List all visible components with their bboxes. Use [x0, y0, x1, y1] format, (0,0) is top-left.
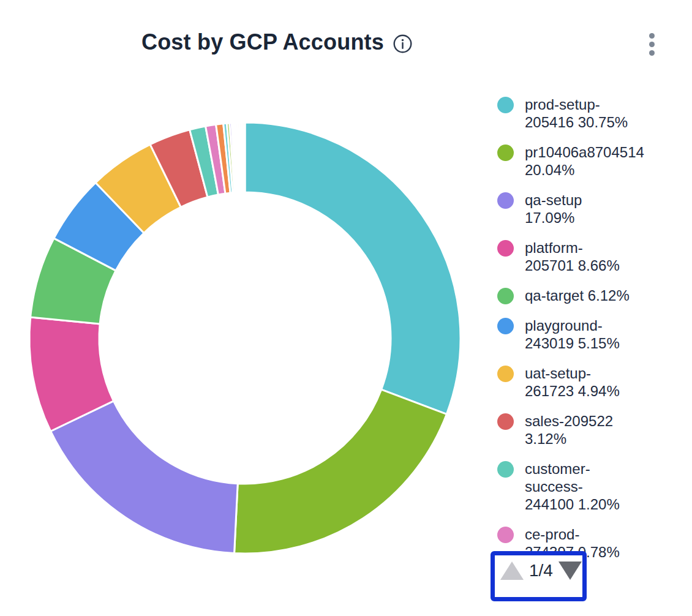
legend-label: customer-success-244100 1.20% [525, 460, 620, 513]
legend-item[interactable]: qa-target 6.12% [497, 287, 692, 304]
legend-item[interactable]: prod-setup-205416 30.75% [497, 96, 692, 131]
legend-dot-icon [497, 97, 514, 113]
legend-item[interactable]: platform-205701 8.66% [497, 239, 692, 274]
legend-item[interactable]: pr10406a870451420.04% [497, 143, 692, 179]
legend-dot-icon [497, 192, 514, 209]
legend-label: platform-205701 8.66% [525, 239, 620, 274]
legend-item[interactable]: playground-243019 5.15% [497, 317, 692, 352]
legend-dot-icon [497, 145, 514, 161]
legend-item[interactable]: customer-success-244100 1.20% [497, 460, 692, 513]
legend-dot-icon [497, 318, 514, 334]
legend-page-indicator: 1/4 [529, 559, 553, 582]
legend-label: uat-setup-261723 4.94% [525, 364, 620, 400]
legend-label: qa-target 6.12% [525, 287, 630, 304]
legend-label: qa-setup17.09% [525, 191, 582, 227]
widget-header: Cost by GCP Accounts [0, 29, 554, 55]
legend-dot-icon [497, 288, 514, 304]
chart-legend: prod-setup-205416 30.75%pr10406a87045142… [497, 96, 692, 561]
legend-label: prod-setup-205416 30.75% [525, 96, 628, 131]
donut-chart [0, 86, 484, 616]
donut-slice[interactable] [235, 389, 447, 554]
chart-title: Cost by GCP Accounts [141, 29, 384, 55]
donut-slice[interactable] [243, 122, 245, 192]
legend-dot-icon [497, 461, 514, 478]
legend-label: sales-2095223.12% [525, 412, 613, 448]
kebab-menu-icon[interactable] [644, 29, 659, 59]
legend-dot-icon [497, 413, 514, 430]
legend-item[interactable]: uat-setup-261723 4.94% [497, 364, 692, 400]
legend-dot-icon [497, 366, 514, 382]
legend-dot-icon [497, 527, 514, 543]
legend-page-up-button[interactable] [500, 562, 524, 580]
legend-label: pr10406a870451420.04% [525, 143, 644, 179]
legend-pager-highlight-box: 1/4 [491, 551, 587, 601]
cost-by-gcp-accounts-widget: Cost by GCP Accounts prod-setup-205416 3… [0, 0, 692, 616]
legend-label: playground-243019 5.15% [525, 317, 620, 352]
legend-item[interactable]: qa-setup17.09% [497, 191, 692, 227]
donut-slice[interactable] [245, 122, 461, 414]
legend-page-down-button[interactable] [558, 562, 582, 580]
legend-item[interactable]: sales-2095223.12% [497, 412, 692, 448]
legend-dot-icon [497, 240, 514, 257]
info-icon[interactable] [393, 34, 413, 54]
donut-slice[interactable] [51, 401, 238, 554]
